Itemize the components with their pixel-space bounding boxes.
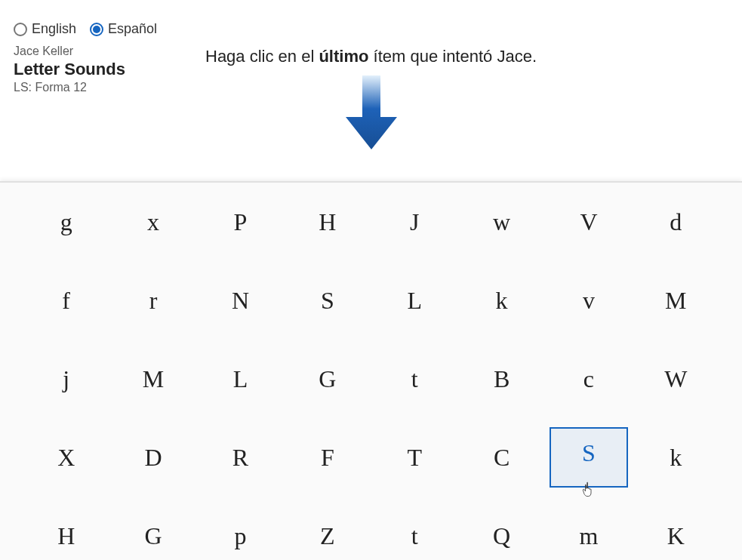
letter-cell[interactable]: v bbox=[545, 261, 632, 340]
letter-cell[interactable]: D bbox=[109, 418, 196, 497]
letter-text: T bbox=[407, 444, 422, 472]
letter-text: H bbox=[319, 208, 336, 236]
letter-cell[interactable]: x bbox=[109, 183, 196, 261]
letter-text: f bbox=[62, 287, 70, 315]
letter-cell[interactable]: t bbox=[371, 497, 458, 560]
letter-cell[interactable]: r bbox=[109, 261, 196, 340]
letter-cell[interactable]: P bbox=[197, 183, 284, 261]
radio-label-english: English bbox=[32, 21, 76, 37]
letter-text: N bbox=[232, 287, 249, 315]
letter-cell[interactable]: V bbox=[545, 183, 632, 261]
letter-text: W bbox=[664, 365, 687, 393]
letter-text: r bbox=[149, 287, 158, 315]
cursor-hand-icon bbox=[582, 475, 596, 492]
letter-text: m bbox=[579, 522, 598, 550]
letter-text: t bbox=[411, 522, 418, 550]
letter-text: M bbox=[143, 365, 164, 393]
letter-cell[interactable]: W bbox=[633, 340, 719, 418]
letter-cell[interactable]: p bbox=[197, 497, 284, 560]
letter-cell[interactable]: d bbox=[633, 183, 719, 261]
letter-cell[interactable]: Q bbox=[458, 497, 545, 560]
letter-text: B bbox=[494, 365, 510, 393]
instruction-prefix: Haga clic en el bbox=[205, 47, 319, 66]
letter-grid: gxPHJwVdfrNSLkvMjMLGtBcWXDRFTCSkHGpZtQmK bbox=[0, 183, 742, 560]
letter-cell[interactable]: J bbox=[371, 183, 458, 261]
letter-cell[interactable]: c bbox=[545, 340, 632, 418]
instruction-bold: último bbox=[319, 47, 368, 66]
letter-cell[interactable]: S bbox=[284, 261, 371, 340]
letter-cell[interactable]: N bbox=[197, 261, 284, 340]
letter-text: R bbox=[232, 444, 248, 472]
radio-icon bbox=[90, 23, 103, 36]
letter-cell[interactable]: f bbox=[23, 261, 109, 340]
letter-cell[interactable]: K bbox=[633, 497, 719, 560]
language-selector: English Español bbox=[14, 21, 728, 37]
letter-text: D bbox=[145, 444, 162, 472]
letter-cell[interactable]: M bbox=[109, 340, 196, 418]
letter-text: p bbox=[234, 522, 246, 550]
instruction-text: Haga clic en el último ítem que intentó … bbox=[0, 47, 742, 66]
letter-text: g bbox=[60, 208, 72, 236]
letter-cell[interactable]: t bbox=[371, 340, 458, 418]
letter-cell[interactable]: M bbox=[633, 261, 719, 340]
letter-text: k bbox=[670, 444, 682, 472]
radio-english[interactable]: English bbox=[14, 21, 76, 37]
letter-text: w bbox=[493, 208, 510, 236]
radio-espanol[interactable]: Español bbox=[90, 21, 157, 37]
letter-cell[interactable]: k bbox=[633, 418, 719, 497]
letter-text: V bbox=[580, 208, 597, 236]
letter-cell[interactable]: H bbox=[23, 497, 109, 560]
down-arrow-icon bbox=[341, 75, 402, 154]
letter-cell[interactable]: X bbox=[23, 418, 109, 497]
letter-cell[interactable]: Z bbox=[284, 497, 371, 560]
radio-icon bbox=[14, 23, 27, 36]
letter-text: t bbox=[411, 365, 418, 393]
letter-cell[interactable]: m bbox=[545, 497, 632, 560]
letter-text: F bbox=[321, 444, 334, 472]
letter-text: d bbox=[670, 208, 682, 236]
letter-text: S bbox=[321, 287, 334, 315]
letter-cell[interactable]: H bbox=[284, 183, 371, 261]
letter-cell[interactable]: B bbox=[458, 340, 545, 418]
letter-text: M bbox=[665, 287, 686, 315]
header-panel: English Español Jace Keller Letter Sound… bbox=[0, 0, 742, 103]
letter-cell[interactable]: g bbox=[23, 183, 109, 261]
letter-cell[interactable]: L bbox=[371, 261, 458, 340]
instruction-suffix: ítem que intentó Jace. bbox=[368, 47, 537, 66]
letter-text: L bbox=[407, 287, 422, 315]
letter-text: J bbox=[410, 208, 419, 236]
letter-text: L bbox=[233, 365, 248, 393]
letter-text: v bbox=[583, 287, 595, 315]
letter-text: x bbox=[147, 208, 159, 236]
letter-cell[interactable]: R bbox=[197, 418, 284, 497]
letter-cell[interactable]: L bbox=[197, 340, 284, 418]
letter-cell[interactable]: T bbox=[371, 418, 458, 497]
letter-text: C bbox=[494, 444, 510, 472]
letter-text: j bbox=[63, 365, 69, 393]
letter-cell[interactable]: G bbox=[109, 497, 196, 560]
letter-text: Q bbox=[493, 522, 510, 550]
letter-text: K bbox=[667, 522, 685, 550]
letter-cell[interactable]: w bbox=[458, 183, 545, 261]
letter-cell[interactable]: C bbox=[458, 418, 545, 497]
letter-cell[interactable]: F bbox=[284, 418, 371, 497]
letter-text: c bbox=[583, 365, 594, 393]
letter-text: P bbox=[234, 208, 248, 236]
letter-text: G bbox=[145, 522, 162, 550]
letter-cell[interactable]: G bbox=[284, 340, 371, 418]
letter-grid-container: gxPHJwVdfrNSLkvMjMLGtBcWXDRFTCSkHGpZtQmK bbox=[0, 181, 742, 560]
radio-label-espanol: Español bbox=[108, 21, 157, 37]
letter-cell[interactable]: S bbox=[545, 418, 632, 497]
letter-text: G bbox=[319, 365, 336, 393]
letter-cell[interactable]: k bbox=[458, 261, 545, 340]
letter-text: k bbox=[496, 287, 508, 315]
letter-cell[interactable]: j bbox=[23, 340, 109, 418]
letter-text: H bbox=[57, 522, 75, 550]
letter-text: X bbox=[57, 444, 75, 472]
letter-text: Z bbox=[320, 522, 335, 550]
